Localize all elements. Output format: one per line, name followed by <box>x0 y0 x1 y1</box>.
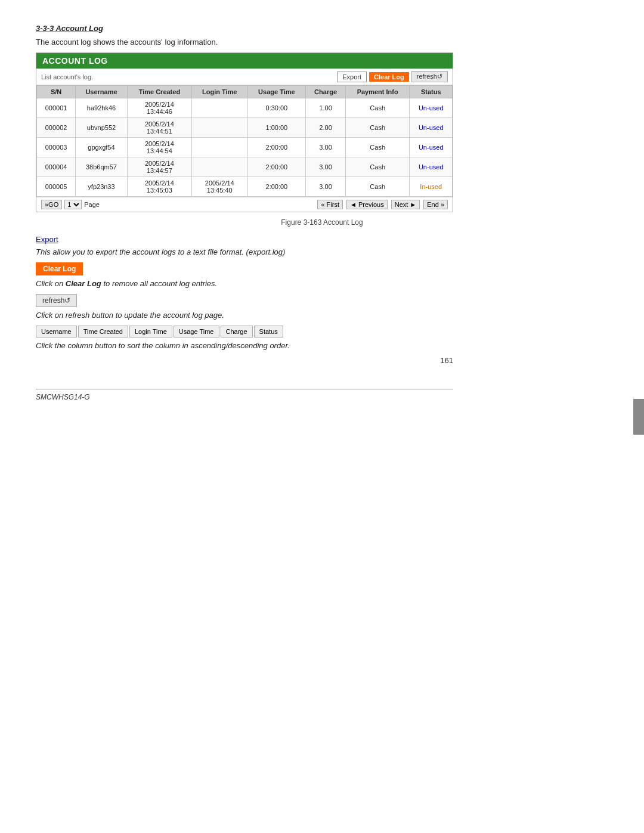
table-header-cell[interactable]: Usage Time <box>247 86 306 98</box>
export-link[interactable]: Export <box>36 235 608 244</box>
table-cell: Cash <box>345 118 410 138</box>
table-cell: 2:00:00 <box>247 177 306 197</box>
table-cell: 000001 <box>37 98 76 118</box>
column-sort-desc: Click the column button to sort the colu… <box>36 341 608 350</box>
log-table: S/NUsernameTime CreatedLogin TimeUsage T… <box>36 85 453 197</box>
table-cell: 2:00:00 <box>247 157 306 177</box>
pagination-bar: »GO 1 Page « First ◄ Previous Next ► End… <box>36 197 453 212</box>
table-header-cell[interactable]: Time Created <box>127 86 191 98</box>
table-cell <box>191 138 247 157</box>
clear-log-desc: Click on Clear Log to remove all account… <box>36 279 608 288</box>
table-header-cell[interactable]: S/N <box>37 86 76 98</box>
table-cell <box>191 118 247 138</box>
table-row: 000003gpgxgf542005/2/1413:44:542:00:003.… <box>37 138 453 157</box>
table-cell: 2005/2/1413:44:46 <box>127 98 191 118</box>
sidebar-mark <box>633 399 644 426</box>
panel-header: ACCOUNT LOG <box>36 53 453 69</box>
end-page-button[interactable]: End » <box>423 200 448 209</box>
table-header-cell[interactable]: Charge <box>306 86 346 98</box>
first-page-button[interactable]: « First <box>317 200 343 209</box>
page-label: Page <box>84 201 100 208</box>
column-sort-button[interactable]: Time Created <box>78 326 128 337</box>
column-sort-button[interactable]: Status <box>254 326 283 337</box>
table-cell: 2.00 <box>306 118 346 138</box>
go-button[interactable]: »GO <box>41 200 62 209</box>
table-cell: Cash <box>345 177 410 197</box>
list-label: List account's log. <box>41 73 93 80</box>
export-button[interactable]: Export <box>337 72 367 82</box>
account-log-panel: ACCOUNT LOG List account's log. Export C… <box>36 52 453 212</box>
column-buttons-row: UsernameTime CreatedLogin TimeUsage Time… <box>36 326 608 337</box>
table-row: 000005yfp23n332005/2/1413:45:032005/2/14… <box>37 177 453 197</box>
page-number: 161 <box>36 356 453 365</box>
table-cell: Cash <box>345 138 410 157</box>
table-header-row: S/NUsernameTime CreatedLogin TimeUsage T… <box>37 86 453 98</box>
toolbar-buttons: Export Clear Log refresh↺ <box>337 71 448 82</box>
table-cell: Cash <box>345 98 410 118</box>
table-cell: 0:30:00 <box>247 98 306 118</box>
table-cell: ubvnp552 <box>76 118 128 138</box>
table-cell: 2005/2/1413:44:54 <box>127 138 191 157</box>
table-body: 000001ha92hk462005/2/1413:44:460:30:001.… <box>37 98 453 197</box>
table-cell: Un-used <box>410 98 453 118</box>
clear-log-button-large[interactable]: Clear Log <box>36 262 83 275</box>
column-sort-button[interactable]: Login Time <box>129 326 172 337</box>
table-cell: ha92hk46 <box>76 98 128 118</box>
column-sort-button[interactable]: Charge <box>221 326 253 337</box>
pagination-left: »GO 1 Page <box>41 200 100 209</box>
table-cell: 000005 <box>37 177 76 197</box>
refresh-desc: Click on refresh button to update the ac… <box>36 311 608 320</box>
table-cell: 1:00:00 <box>247 118 306 138</box>
table-cell: 38b6qm57 <box>76 157 128 177</box>
table-row: 000002ubvnp5522005/2/1413:44:511:00:002.… <box>37 118 453 138</box>
table-header-cell[interactable]: Status <box>410 86 453 98</box>
table-header-cell[interactable]: Username <box>76 86 128 98</box>
pagination-right: « First ◄ Previous Next ► End » <box>317 200 448 209</box>
table-cell: 2005/2/1413:45:40 <box>191 177 247 197</box>
next-page-button[interactable]: Next ► <box>391 200 420 209</box>
panel-toolbar: List account's log. Export Clear Log ref… <box>36 69 453 85</box>
export-desc: This allow you to export the account log… <box>36 247 608 256</box>
refresh-button-toolbar[interactable]: refresh↺ <box>411 71 448 82</box>
column-sort-button[interactable]: Username <box>36 326 77 337</box>
table-cell: 2005/2/1413:44:51 <box>127 118 191 138</box>
table-cell <box>191 98 247 118</box>
refresh-button-large[interactable]: refresh↺ <box>36 294 77 307</box>
table-cell: 2:00:00 <box>247 138 306 157</box>
table-cell: 000002 <box>37 118 76 138</box>
table-row: 00000438b6qm572005/2/1413:44:572:00:003.… <box>37 157 453 177</box>
page-select[interactable]: 1 <box>64 200 82 209</box>
table-cell: 3.00 <box>306 138 346 157</box>
table-cell: Un-used <box>410 118 453 138</box>
table-cell: 1.00 <box>306 98 346 118</box>
table-header-cell[interactable]: Login Time <box>191 86 247 98</box>
prev-page-button[interactable]: ◄ Previous <box>346 200 388 209</box>
table-cell: Un-used <box>410 157 453 177</box>
clear-log-desc-bold: Clear Log <box>66 279 101 288</box>
table-cell: In-used <box>410 177 453 197</box>
footer-line: SMCWHSG14-G <box>36 389 453 401</box>
figure-caption: Figure 3-163 Account Log <box>36 218 608 227</box>
column-sort-button[interactable]: Usage Time <box>174 326 219 337</box>
table-cell: 2005/2/1413:45:03 <box>127 177 191 197</box>
table-cell: 000003 <box>37 138 76 157</box>
table-cell: 3.00 <box>306 177 346 197</box>
table-cell: Cash <box>345 157 410 177</box>
table-header-cell[interactable]: Payment Info <box>345 86 410 98</box>
clear-log-desc-after: to remove all account log entries. <box>101 279 217 288</box>
section-title: 3-3-3 Account Log <box>36 24 608 33</box>
table-cell <box>191 157 247 177</box>
table-cell: gpgxgf54 <box>76 138 128 157</box>
table-cell: 000004 <box>37 157 76 177</box>
table-cell: Un-used <box>410 138 453 157</box>
clear-log-desc-before: Click on <box>36 279 66 288</box>
intro-text: The account log shows the accounts' log … <box>36 38 608 47</box>
table-cell: 2005/2/1413:44:57 <box>127 157 191 177</box>
clear-log-button-toolbar[interactable]: Clear Log <box>369 72 409 82</box>
table-row: 000001ha92hk462005/2/1413:44:460:30:001.… <box>37 98 453 118</box>
table-cell: 3.00 <box>306 157 346 177</box>
table-cell: yfp23n33 <box>76 177 128 197</box>
